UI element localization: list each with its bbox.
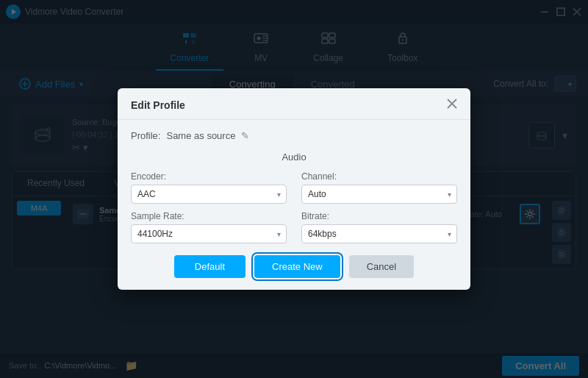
profile-value: Same as source: [166, 130, 235, 141]
modal-form: Encoder: AAC ▾ Channel: Auto: [131, 171, 457, 243]
audio-section-label: Audio: [131, 151, 457, 163]
bitrate-field: Bitrate: 64kbps ▾: [301, 211, 457, 243]
encoder-field: Encoder: AAC ▾: [131, 171, 287, 204]
sample-rate-select[interactable]: 44100Hz: [131, 224, 287, 243]
profile-edit-icon[interactable]: ✎: [241, 130, 249, 141]
profile-row: Profile: Same as source ✎: [131, 130, 457, 141]
channel-select[interactable]: Auto: [301, 185, 457, 204]
bitrate-label: Bitrate:: [301, 211, 457, 221]
profile-label: Profile:: [131, 130, 160, 141]
channel-label: Channel:: [301, 171, 457, 182]
channel-field: Channel: Auto ▾: [301, 171, 457, 204]
modal-close-button[interactable]: [447, 99, 457, 112]
modal-header: Edit Profile: [118, 88, 470, 120]
sample-rate-label: Sample Rate:: [131, 211, 287, 221]
edit-profile-modal: Edit Profile Profile: Same as source ✎ A…: [118, 88, 470, 290]
modal-body: Profile: Same as source ✎ Audio Encoder:…: [118, 120, 470, 255]
encoder-label: Encoder:: [131, 171, 287, 182]
cancel-button[interactable]: Cancel: [349, 255, 414, 278]
default-button[interactable]: Default: [174, 255, 245, 278]
modal-overlay: Edit Profile Profile: Same as source ✎ A…: [0, 0, 588, 378]
sample-rate-field: Sample Rate: 44100Hz ▾: [131, 211, 287, 243]
modal-footer: Default Create New Cancel: [118, 255, 470, 290]
modal-title: Edit Profile: [131, 99, 185, 111]
bitrate-select[interactable]: 64kbps: [301, 224, 457, 243]
create-new-button[interactable]: Create New: [254, 255, 340, 278]
encoder-select[interactable]: AAC: [131, 185, 287, 204]
